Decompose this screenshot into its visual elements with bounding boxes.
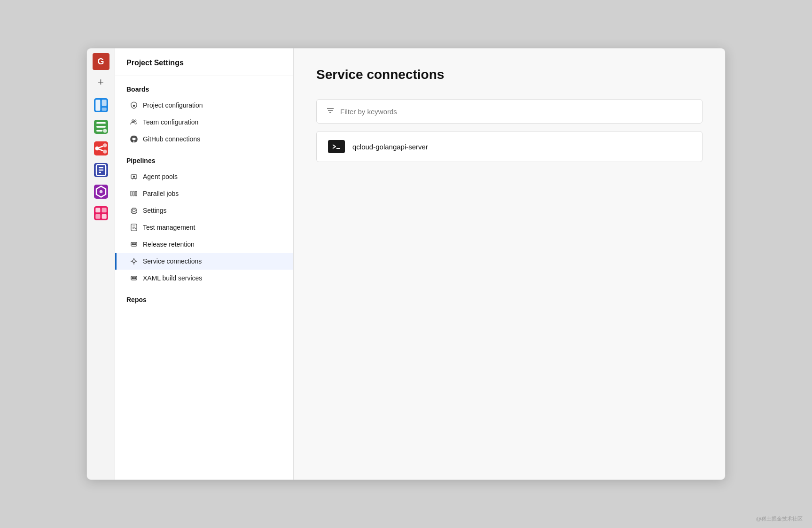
svg-point-38 (135, 278, 136, 279)
main-content: Service connections qcloud-golangapi-ser… (294, 48, 725, 480)
svg-rect-1 (102, 100, 106, 106)
svg-rect-28 (135, 191, 137, 196)
svg-point-31 (132, 244, 133, 245)
svg-rect-20 (102, 214, 106, 219)
sidebar-item-label: Service connections (143, 257, 202, 265)
plug-icon (130, 257, 138, 265)
svg-point-25 (133, 176, 135, 178)
filter-input[interactable] (340, 108, 693, 116)
svg-point-7 (95, 147, 99, 150)
sidebar-item-label: Settings (143, 207, 167, 214)
xaml-icon (130, 274, 138, 282)
icon-rail: G + (87, 48, 115, 480)
svg-point-16 (99, 190, 102, 194)
app-window: G + (86, 48, 726, 480)
svg-rect-18 (102, 208, 106, 212)
sidebar-item-service-connections[interactable]: Service connections (115, 253, 293, 270)
svg-point-8 (103, 143, 107, 147)
sidebar-icon-boards[interactable] (92, 96, 110, 114)
svg-rect-4 (96, 126, 106, 127)
sidebar-icon-repos[interactable] (92, 118, 110, 136)
section-boards: Boards (115, 76, 293, 97)
svg-rect-26 (131, 191, 132, 196)
svg-point-6 (103, 129, 107, 132)
sidebar-icon-extra[interactable] (92, 204, 110, 222)
svg-point-9 (103, 150, 107, 154)
sidebar-icon-artifacts[interactable] (92, 183, 110, 201)
sidebar-item-label: Team configuration (143, 118, 198, 126)
svg-line-10 (99, 146, 102, 148)
section-pipelines: Pipelines (115, 148, 293, 168)
service-name: qcloud-golangapi-server (352, 143, 428, 151)
sidebar-item-release-retention[interactable]: Release retention (115, 236, 293, 253)
team-icon (130, 118, 138, 126)
svg-point-34 (133, 260, 135, 263)
filter-icon (326, 106, 335, 116)
svg-rect-19 (95, 214, 100, 219)
sidebar-item-label: XAML build services (143, 274, 202, 282)
svg-rect-3 (96, 122, 106, 124)
shield-icon (130, 101, 138, 109)
sidebar-item-team-config[interactable]: Team configuration (115, 114, 293, 131)
svg-point-23 (134, 120, 136, 122)
sidebar-item-xaml-build[interactable]: XAML build services (115, 270, 293, 287)
watermark: @稀土掘金技术社区 (756, 515, 803, 522)
svg-rect-0 (95, 100, 100, 110)
sidebar-icon-testplans[interactable] (92, 161, 110, 179)
sidebar-item-project-config[interactable]: Project configuration (115, 97, 293, 114)
sidebar-icon-pipelines[interactable] (92, 140, 110, 157)
terminal-icon (328, 140, 345, 153)
test-icon (130, 223, 138, 232)
svg-point-36 (132, 278, 133, 279)
parallel-icon (130, 189, 138, 198)
svg-rect-27 (133, 191, 134, 196)
sidebar-item-github-connections[interactable]: GitHub connections (115, 131, 293, 148)
sidebar-item-settings[interactable]: Settings (115, 202, 293, 219)
svg-point-33 (135, 244, 136, 245)
release-icon (130, 240, 138, 248)
svg-point-37 (133, 278, 134, 279)
gear-icon (130, 206, 138, 215)
page-title: Service connections (316, 67, 703, 82)
sidebar-item-label: Test management (143, 224, 195, 231)
filter-bar[interactable] (316, 99, 703, 124)
sidebar-item-label: Release retention (143, 241, 195, 248)
avatar[interactable]: G (93, 53, 109, 70)
agent-icon (130, 172, 138, 181)
sidebar-title: Project Settings (115, 48, 293, 76)
svg-rect-5 (96, 130, 102, 132)
svg-rect-2 (102, 108, 106, 111)
svg-point-21 (133, 105, 135, 107)
svg-line-11 (99, 149, 102, 151)
sidebar-item-label: Agent pools (143, 173, 178, 180)
sidebar: Project Settings Boards Project configur… (115, 48, 294, 480)
svg-rect-17 (95, 208, 100, 212)
github-icon (130, 135, 138, 143)
sidebar-item-label: Parallel jobs (143, 190, 179, 197)
svg-point-22 (132, 120, 134, 122)
sidebar-item-parallel-jobs[interactable]: Parallel jobs (115, 185, 293, 202)
svg-point-32 (133, 244, 134, 245)
sidebar-item-label: Project configuration (143, 101, 203, 109)
add-button[interactable]: + (93, 74, 109, 91)
sidebar-item-label: GitHub connections (143, 135, 200, 143)
sidebar-item-test-management[interactable]: Test management (115, 219, 293, 236)
sidebar-item-agent-pools[interactable]: Agent pools (115, 168, 293, 185)
service-connection-item[interactable]: qcloud-golangapi-server (316, 131, 703, 162)
section-repos: Repos (115, 287, 293, 307)
